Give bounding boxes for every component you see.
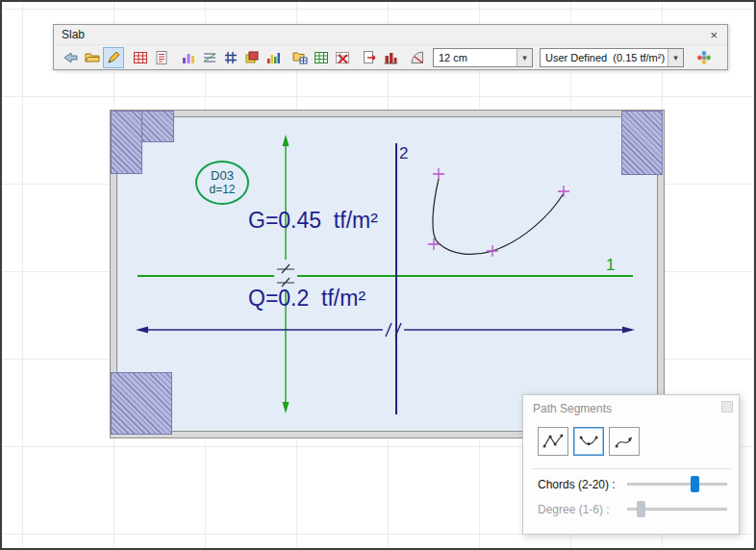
- thickness-value: 12 cm: [434, 52, 517, 63]
- protractor-button[interactable]: [407, 47, 428, 68]
- settings-flower-icon: [696, 50, 712, 65]
- chords-slider-thumb[interactable]: [691, 476, 699, 492]
- path-segments-panel[interactable]: Path Segments Chords (2-20) :: [522, 394, 740, 535]
- slab-toolbar-window[interactable]: Slab × 12 cm: [53, 24, 728, 70]
- slab-table-icon: [133, 50, 148, 65]
- slab-report-button[interactable]: [151, 47, 172, 68]
- slab-mark-id: D03: [211, 169, 234, 183]
- slab-outline[interactable]: [111, 111, 664, 438]
- chords-slider[interactable]: [627, 475, 727, 492]
- pan-arrow-button[interactable]: [61, 47, 82, 68]
- spline-arrow-icon: [614, 433, 635, 450]
- load-value: User Defined (0.15 tf/m²): [541, 52, 668, 63]
- polyline-icon: [542, 433, 564, 450]
- protractor-icon: [410, 50, 425, 65]
- mesh-button[interactable]: [220, 47, 241, 68]
- folder-grid-icon: [292, 50, 308, 65]
- insert-table-button[interactable]: [311, 47, 332, 68]
- results-histogram-icon: [265, 50, 281, 65]
- slab-mark-bubble[interactable]: D03 d=12: [195, 161, 249, 205]
- settings-button[interactable]: [693, 47, 715, 68]
- column-top-right[interactable]: [621, 111, 663, 175]
- delete-table-icon: [335, 50, 350, 65]
- pan-arrow-icon: [63, 50, 79, 65]
- chords-slider-track[interactable]: [627, 483, 727, 486]
- window-title: Slab: [62, 28, 708, 41]
- mesh-icon: [223, 50, 239, 65]
- polyline-segment-button[interactable]: [538, 427, 568, 456]
- column-bottom-left[interactable]: [111, 372, 172, 435]
- arc-icon: [578, 433, 599, 450]
- close-icon[interactable]: ×: [708, 28, 719, 42]
- slab-table-button[interactable]: [130, 47, 151, 68]
- load-combobox[interactable]: User Defined (0.15 tf/m²) ▾: [540, 48, 684, 67]
- spline-segment-button[interactable]: [609, 427, 640, 456]
- export-page-icon: [362, 50, 377, 65]
- live-load-text: Q=0.2 tf/m²: [248, 286, 378, 312]
- results-histogram-button[interactable]: [263, 47, 284, 68]
- slab-mark-depth: d=12: [209, 183, 235, 196]
- slab-report-icon: [154, 50, 169, 65]
- application-window: 1 2 D03 d=12 G=0.45 tf/m² Q=0.2 tf/m² Sl…: [0, 0, 756, 550]
- panel-close-button[interactable]: [721, 401, 733, 412]
- slab-levels-button[interactable]: [199, 47, 220, 68]
- draw-slab-icon: [106, 50, 121, 65]
- draw-slab-button[interactable]: [103, 47, 124, 68]
- chevron-down-icon[interactable]: ▾: [668, 49, 683, 66]
- slab-layers-button[interactable]: [241, 47, 263, 68]
- slab-layers-icon: [244, 50, 260, 65]
- folder-grid-button[interactable]: [290, 47, 311, 68]
- degree-slider[interactable]: [627, 500, 727, 517]
- chevron-down-icon[interactable]: ▾: [517, 49, 532, 66]
- dead-load-text: G=0.45 tf/m²: [248, 208, 378, 234]
- export-page-button[interactable]: [359, 47, 380, 68]
- chords-label: Chords (2-20) :: [538, 478, 616, 491]
- slab-toolbar: 12 cm ▾ User Defined (0.15 tf/m²) ▾: [54, 44, 727, 70]
- slab-window-titlebar[interactable]: Slab ×: [54, 25, 727, 44]
- degree-label: Degree (1-6) :: [538, 503, 610, 516]
- panel-divider: [531, 468, 731, 469]
- degree-slider-thumb[interactable]: [637, 501, 645, 517]
- arc-segment-button[interactable]: [573, 427, 604, 456]
- open-folder-button[interactable]: [82, 47, 103, 68]
- columns-chart-icon: [383, 50, 398, 65]
- columns-chart-button[interactable]: [380, 47, 401, 68]
- insert-table-icon: [314, 50, 329, 65]
- slab-load-text: G=0.45 tf/m² Q=0.2 tf/m²: [248, 156, 378, 363]
- slab-levels-icon: [202, 50, 217, 65]
- load-chart-icon: [181, 50, 196, 65]
- column-top-left-vertical[interactable]: [111, 111, 142, 174]
- panel-title: Path Segments: [533, 402, 612, 415]
- load-chart-button[interactable]: [178, 47, 199, 68]
- thickness-combobox[interactable]: 12 cm ▾: [433, 48, 533, 67]
- delete-table-button[interactable]: [332, 47, 353, 68]
- open-folder-icon: [85, 50, 100, 65]
